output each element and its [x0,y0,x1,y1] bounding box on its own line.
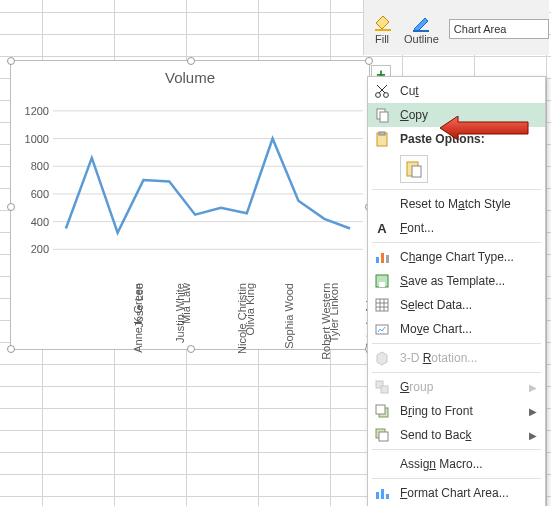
menu-font[interactable]: A Font... [368,216,545,240]
y-tick-label: 600 [11,188,49,200]
x-axis-labels: Anne K GreenJose LeeJustin WhiteMia LawN… [53,283,363,343]
svg-rect-17 [381,253,384,263]
svg-rect-26 [376,405,385,414]
menu-separator [372,343,541,344]
submenu-arrow-icon: ▶ [529,382,537,393]
menu-change-chart-type[interactable]: Change Chart Type... [368,245,545,269]
resize-handle[interactable] [7,57,15,65]
svg-rect-29 [376,492,379,499]
svg-point-8 [376,93,381,98]
svg-rect-28 [379,432,388,441]
group-icon [372,378,392,396]
svg-rect-22 [376,325,388,334]
fill-button[interactable]: Fill [370,10,394,47]
svg-rect-30 [381,489,384,499]
svg-rect-13 [379,132,385,135]
menu-label: Paste Options: [400,132,537,146]
send-back-icon [372,426,392,444]
menu-separator [372,478,541,479]
chart-element-selector[interactable] [449,19,549,39]
menu-separator [372,372,541,373]
bar-chart-icon [372,248,392,266]
data-series-line [66,139,350,233]
svg-rect-0 [375,29,391,31]
menu-label: Save as Template... [400,274,537,288]
menu-bring-to-front[interactable]: Bring to Front ▶ [368,399,545,423]
menu-label: Bring to Front [400,404,521,418]
submenu-arrow-icon: ▶ [529,430,537,441]
menu-assign-macro[interactable]: Assign Macro... [368,452,545,476]
clipboard-icon [372,130,392,148]
menu-label: Change Chart Type... [400,250,537,264]
outline-button[interactable]: Outline [402,10,441,47]
copy-icon [372,106,392,124]
menu-separator [372,449,541,450]
chart-object[interactable]: Volume 20040060080010001200 Anne K Green… [10,60,370,350]
menu-cut[interactable]: Cut [368,79,545,103]
y-tick-label: 400 [11,216,49,228]
ribbon-chart-tools: Fill Outline [363,0,549,55]
context-menu: Cut Copy Paste Options: Reset to Match S… [367,76,546,506]
paste-option-default[interactable] [400,155,428,183]
y-tick-label: 800 [11,160,49,172]
menu-label: Font... [400,221,537,235]
menu-label: Send to Back [400,428,521,442]
save-template-icon [372,272,392,290]
menu-label: Select Data... [400,298,537,312]
font-a-icon: A [372,219,392,237]
svg-rect-24 [381,386,388,393]
pen-outline-icon [411,12,431,32]
svg-rect-18 [386,255,389,263]
resize-handle[interactable] [187,345,195,353]
outline-label: Outline [404,33,439,45]
menu-label: Format Chart Area... [400,486,537,500]
paint-bucket-icon [372,12,392,32]
chart-svg [53,97,363,277]
chart-title[interactable]: Volume [11,69,369,86]
menu-send-to-back[interactable]: Send to Back ▶ [368,423,545,447]
svg-rect-11 [380,112,388,122]
menu-separator [372,189,541,190]
resize-handle[interactable] [7,345,15,353]
y-tick-label: 200 [11,243,49,255]
menu-label: Group [400,380,521,394]
resize-handle[interactable] [7,203,15,211]
menu-label: Reset to Match Style [400,197,537,211]
menu-separator [372,242,541,243]
x-tick-label: Mia Law [180,283,240,324]
svg-point-9 [384,93,389,98]
resize-handle[interactable] [187,57,195,65]
menu-copy[interactable]: Copy [368,103,545,127]
submenu-arrow-icon: ▶ [529,406,537,417]
bring-front-icon [372,402,392,420]
select-data-icon [372,296,392,314]
menu-select-data[interactable]: Select Data... [368,293,545,317]
fill-label: Fill [375,33,389,45]
menu-format-chart-area[interactable]: Format Chart Area... [368,481,545,505]
chart-element-field[interactable] [449,19,549,39]
svg-rect-20 [379,282,385,287]
svg-rect-21 [376,299,388,311]
svg-rect-1 [413,30,429,32]
y-tick-label: 1200 [11,105,49,117]
svg-rect-31 [386,494,389,499]
menu-save-template[interactable]: Save as Template... [368,269,545,293]
svg-rect-16 [376,257,379,263]
menu-label: 3-D Rotation... [400,351,537,365]
plot-area[interactable] [53,97,363,277]
svg-rect-15 [412,166,421,177]
paste-options-block [368,151,545,187]
menu-group: Group ▶ [368,375,545,399]
cube-icon [372,349,392,367]
menu-reset-style[interactable]: Reset to Match Style [368,192,545,216]
resize-handle[interactable] [365,57,373,65]
menu-move-chart[interactable]: Move Chart... [368,317,545,341]
move-chart-icon [372,320,392,338]
y-tick-label: 1000 [11,133,49,145]
menu-3d-rotation: 3-D Rotation... [368,346,545,370]
format-area-icon [372,484,392,502]
scissors-icon [372,82,392,100]
menu-label: Cut [400,84,537,98]
clipboard-paste-icon [405,160,423,178]
menu-label: Copy [400,108,537,122]
